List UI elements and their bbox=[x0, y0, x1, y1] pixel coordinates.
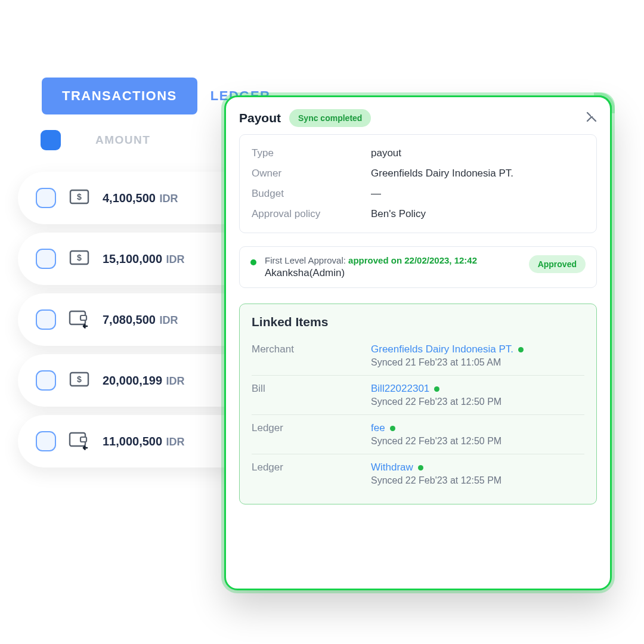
row-checkbox[interactable] bbox=[36, 249, 56, 269]
linked-row: Ledger feeSynced 22 Feb'23 at 12:50 PM bbox=[252, 415, 584, 454]
transaction-list: $ 4,100,500 IDR $ 15,100,000 IDR 7,080,5… bbox=[18, 172, 233, 476]
cash-icon: $ bbox=[69, 370, 89, 391]
info-value-policy: Ben's Policy bbox=[371, 208, 426, 220]
info-label-type: Type bbox=[252, 147, 371, 159]
sync-dot-icon bbox=[418, 465, 423, 470]
linked-sync-text: Synced 22 Feb'23 at 12:55 PM bbox=[371, 475, 584, 486]
sync-status-chip: Sync completed bbox=[289, 109, 371, 127]
amount-cell: 11,000,500 IDR bbox=[103, 435, 185, 448]
linked-label: Ledger bbox=[252, 462, 371, 486]
svg-text:$: $ bbox=[77, 253, 82, 262]
column-header-amount: AMOUNT bbox=[95, 134, 150, 147]
amount-cell: 7,080,500 IDR bbox=[103, 313, 178, 327]
info-label-policy: Approval policy bbox=[252, 208, 371, 220]
info-value-owner: Greenfields Dairy Indonesia PT. bbox=[371, 168, 513, 179]
panel-title: Payout bbox=[239, 111, 281, 125]
linked-items-title: Linked Items bbox=[252, 315, 584, 329]
row-checkbox[interactable] bbox=[36, 370, 56, 391]
transaction-row[interactable]: $ 4,100,500 IDR bbox=[18, 172, 233, 224]
approval-user: Akanksha(Admin) bbox=[265, 267, 521, 279]
linked-link[interactable]: Withdraw bbox=[371, 462, 413, 473]
close-icon[interactable] bbox=[586, 110, 597, 126]
linked-label: Ledger bbox=[252, 422, 371, 447]
amount-cell: 15,100,000 IDR bbox=[103, 252, 185, 266]
approved-badge: Approved bbox=[529, 255, 586, 273]
amount-cell: 4,100,500 IDR bbox=[103, 191, 178, 205]
linked-link[interactable]: Bill22022301 bbox=[371, 383, 429, 394]
sync-dot-icon bbox=[518, 347, 524, 352]
wallet-in-icon bbox=[69, 309, 89, 330]
sync-dot-icon bbox=[390, 426, 395, 431]
payout-panel: Payout Sync completed Typepayout OwnerGr… bbox=[224, 95, 612, 590]
transaction-row[interactable]: 11,000,500 IDR bbox=[18, 415, 233, 467]
transaction-row[interactable]: $ 15,100,000 IDR bbox=[18, 233, 233, 285]
linked-sync-text: Synced 22 Feb'23 at 12:50 PM bbox=[371, 397, 584, 407]
column-indicator bbox=[41, 130, 61, 150]
transaction-row[interactable]: 7,080,500 IDR bbox=[18, 293, 233, 346]
info-label-owner: Owner bbox=[252, 168, 371, 179]
row-checkbox[interactable] bbox=[36, 309, 56, 330]
cash-icon: $ bbox=[69, 249, 89, 269]
amount-cell: 20,000,199 IDR bbox=[103, 374, 185, 388]
info-value-budget: — bbox=[371, 188, 381, 200]
info-label-budget: Budget bbox=[252, 188, 371, 200]
linked-items-card: Linked Items Merchant Greenfields Dairy … bbox=[239, 304, 597, 504]
linked-link[interactable]: Greenfields Dairy Indonesia PT. bbox=[371, 343, 513, 355]
linked-label: Merchant bbox=[252, 343, 371, 368]
svg-text:$: $ bbox=[77, 192, 82, 202]
wallet-in-icon bbox=[69, 431, 89, 451]
info-value-type: payout bbox=[371, 147, 401, 159]
linked-row: Ledger WithdrawSynced 22 Feb'23 at 12:55… bbox=[252, 454, 584, 493]
svg-rect-5 bbox=[80, 315, 86, 320]
row-checkbox[interactable] bbox=[36, 431, 56, 451]
status-dot-icon bbox=[250, 259, 256, 265]
sync-dot-icon bbox=[434, 386, 439, 392]
row-checkbox[interactable] bbox=[36, 188, 56, 208]
linked-row: Bill Bill22022301Synced 22 Feb'23 at 12:… bbox=[252, 376, 584, 415]
approval-card: First Level Approval: approved on 22/02/… bbox=[239, 246, 597, 288]
linked-link[interactable]: fee bbox=[371, 422, 385, 434]
tab-transactions[interactable]: TRANSACTIONS bbox=[42, 78, 197, 114]
linked-label: Bill bbox=[252, 383, 371, 407]
svg-text:$: $ bbox=[77, 374, 82, 384]
svg-rect-9 bbox=[80, 437, 86, 442]
transaction-row[interactable]: $ 20,000,199 IDR bbox=[18, 354, 233, 407]
linked-sync-text: Synced 22 Feb'23 at 12:50 PM bbox=[371, 436, 584, 447]
cash-icon: $ bbox=[69, 188, 89, 208]
payout-info-card: Typepayout OwnerGreenfields Dairy Indone… bbox=[239, 134, 597, 233]
linked-row: Merchant Greenfields Dairy Indonesia PT.… bbox=[252, 336, 584, 376]
approval-line: First Level Approval: approved on 22/02/… bbox=[265, 255, 521, 265]
linked-sync-text: Synced 21 Feb'23 at 11:05 AM bbox=[371, 357, 584, 368]
